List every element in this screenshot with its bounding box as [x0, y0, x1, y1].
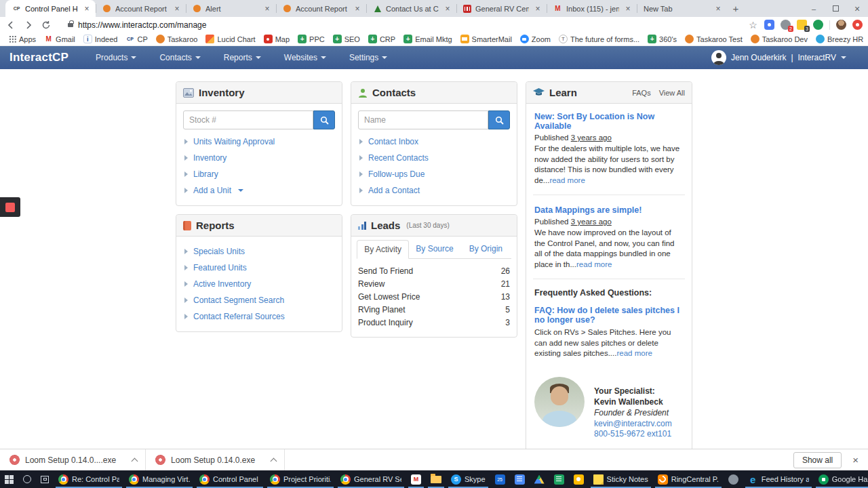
bookmark-indeed[interactable]: Indeed — [80, 35, 121, 43]
tab-account-report-2[interactable]: Account Report | Taskaroo — [276, 0, 366, 17]
cortana-button[interactable] — [18, 470, 36, 488]
site-logo[interactable]: InteractCP — [9, 51, 68, 64]
tab-close-icon[interactable] — [443, 4, 452, 14]
show-all-downloads-button[interactable]: Show all — [793, 452, 842, 468]
faq-question-link[interactable]: FAQ: How do I delete sales pitches I no … — [534, 306, 684, 325]
tab-close-icon[interactable] — [533, 4, 542, 14]
link-library[interactable]: Library — [183, 166, 335, 182]
bookmark-seo[interactable]: SEO — [330, 35, 363, 43]
taskbar-drive[interactable] — [530, 470, 549, 488]
loom-extension-icon[interactable] — [764, 20, 774, 30]
bookmark-gmail[interactable]: Gmail — [41, 35, 79, 43]
bookmark-smartermail[interactable]: SmarterMail — [457, 35, 515, 43]
taskbar-ringcentral[interactable]: RingCentral P... — [653, 470, 724, 488]
taskbar-file-explorer[interactable] — [426, 470, 446, 488]
download-item-2[interactable]: Loom Setup 0.14.0.exe — [146, 449, 285, 470]
article-title-link[interactable]: Data Mappings are simple! — [534, 205, 684, 215]
url-text[interactable]: https://www.interactcp.com/manage — [78, 20, 206, 30]
tab-new-tab[interactable]: New Tab — [637, 0, 727, 17]
faqs-link[interactable]: FAQs — [632, 89, 651, 97]
read-more-link[interactable]: read more — [576, 260, 612, 268]
bookmark-taskaroo[interactable]: Taskaroo — [153, 35, 201, 43]
link-contact-segment-search[interactable]: Contact Segment Search — [183, 292, 335, 308]
taskbar-chrome-window-4[interactable]: Project Prioriti... — [265, 470, 336, 488]
window-maximize-button[interactable] — [825, 0, 846, 17]
extension-icon-gray[interactable]: 2 — [781, 20, 791, 30]
link-follow-ups-due[interactable]: Follow-ups Due — [358, 166, 510, 182]
tab-campers-inn[interactable]: Contact Us at Campers Inn — [366, 0, 456, 17]
screen-recorder-widget[interactable] — [0, 197, 20, 217]
contact-name-search-input[interactable] — [358, 110, 488, 129]
link-featured-units[interactable]: Featured Units — [183, 260, 335, 276]
read-more-link[interactable]: read more — [549, 176, 585, 184]
taskbar-keep[interactable] — [569, 470, 589, 488]
stock-search-button[interactable] — [313, 110, 335, 129]
new-tab-button[interactable] — [727, 0, 745, 17]
bookmark-email-mktg[interactable]: Email Mktg — [400, 35, 455, 43]
bookmark-cp[interactable]: CP — [122, 35, 151, 43]
nav-reports[interactable]: Reports — [224, 53, 261, 62]
tab-close-icon[interactable] — [713, 4, 723, 14]
view-all-link[interactable]: View All — [659, 89, 685, 97]
bookmark-zoom[interactable]: Zoom — [517, 35, 554, 43]
specialist-email-link[interactable]: kevin@interactrv.com — [594, 419, 672, 430]
taskbar-chrome-window-5[interactable]: General RV Ser... — [336, 470, 406, 488]
article-title-link[interactable]: New: Sort By Location is Now Available — [534, 112, 684, 131]
tab-account-report-1[interactable]: Account Report | Taskaroo — [96, 0, 186, 17]
tab-by-source[interactable]: By Source — [409, 240, 460, 259]
chevron-up-icon[interactable] — [271, 458, 277, 464]
link-units-waiting-approval[interactable]: Units Waiting Approval — [183, 134, 335, 150]
nav-contacts[interactable]: Contacts — [159, 53, 200, 62]
tab-by-activity[interactable]: By Activity — [357, 240, 409, 259]
taskbar-edge[interactable]: Feed History a... — [743, 470, 814, 488]
contact-search-button[interactable] — [488, 110, 510, 129]
taskbar-sheets[interactable] — [549, 470, 569, 488]
taskbar-skype[interactable]: Skype — [446, 470, 490, 488]
link-add-a-unit[interactable]: Add a Unit — [183, 182, 335, 199]
bookmark-lucid-chart[interactable]: Lucid Chart — [202, 35, 258, 43]
nav-websites[interactable]: Websites — [284, 53, 326, 62]
taskbar-gmail[interactable] — [406, 470, 426, 488]
link-recent-contacts[interactable]: Recent Contacts — [358, 150, 510, 166]
tab-close-icon[interactable] — [353, 4, 362, 14]
bookmark-star-icon[interactable] — [748, 20, 758, 30]
tab-close-icon[interactable] — [172, 4, 182, 14]
taskbar-hangouts[interactable]: Google Hango... — [814, 470, 868, 488]
tab-general-rv[interactable]: General RV Center | Nation — [456, 0, 547, 17]
taskbar-ringcentral-meetings[interactable] — [724, 470, 743, 488]
address-bar[interactable]: https://www.interactcp.com/manage — [58, 20, 741, 30]
chevron-up-icon[interactable] — [132, 458, 138, 464]
bookmark-taskaroo-dev[interactable]: Taskaroo Dev — [747, 35, 811, 43]
link-add-a-contact[interactable]: Add a Contact — [358, 182, 510, 199]
download-item-1[interactable]: Loom Setup 0.14.0....exe — [0, 449, 146, 470]
extension-icon-yellow[interactable]: 3 — [797, 20, 807, 30]
bookmark-crp[interactable]: CRP — [365, 35, 399, 43]
nav-settings[interactable]: Settings — [349, 53, 387, 62]
taskbar-chrome-window-3[interactable]: Control Panel ... — [195, 470, 265, 488]
taskbar-docs[interactable] — [510, 470, 530, 488]
window-minimize-button[interactable] — [803, 0, 825, 17]
taskbar-sticky-notes[interactable]: Sticky Notes — [589, 470, 653, 488]
tab-alert[interactable]: Alert — [186, 0, 276, 17]
read-more-link[interactable]: read more — [616, 349, 652, 357]
tab-close-icon[interactable] — [82, 4, 92, 14]
profile-avatar-icon[interactable] — [836, 20, 846, 30]
link-contact-inbox[interactable]: Contact Inbox — [358, 134, 510, 150]
tab-inbox[interactable]: Inbox (115) - jenn@interac — [547, 0, 637, 17]
tab-close-icon[interactable] — [262, 4, 272, 14]
link-inventory[interactable]: Inventory — [183, 150, 335, 166]
start-button[interactable] — [0, 470, 18, 488]
link-specials-units[interactable]: Specials Units — [183, 243, 335, 260]
task-view-button[interactable] — [36, 470, 54, 488]
reload-button[interactable] — [41, 20, 52, 30]
bookmark-taskaroo-test[interactable]: Taskaroo Test — [682, 35, 746, 43]
bookmark-future-of-forms[interactable]: The future of forms... — [555, 35, 643, 43]
back-button[interactable] — [5, 20, 16, 30]
link-contact-referral-sources[interactable]: Contact Referral Sources — [183, 308, 335, 325]
stock-search-input[interactable] — [183, 110, 313, 129]
close-downloads-bar-icon[interactable] — [852, 454, 859, 466]
bookmark-360s[interactable]: 360's — [644, 35, 680, 43]
tab-close-icon[interactable] — [623, 4, 633, 14]
extension-icon-green[interactable] — [813, 20, 823, 30]
taskbar-chrome-window-2[interactable]: Managing Virt... — [124, 470, 195, 488]
